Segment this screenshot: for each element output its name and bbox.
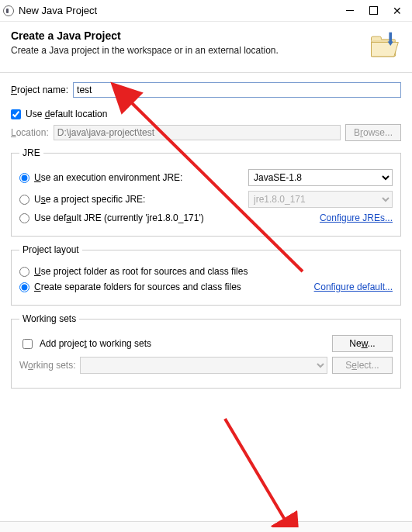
window-controls: ✕ [344, 5, 409, 16]
configure-default-link[interactable]: Configure default... [314, 282, 393, 292]
app-icon [3, 5, 14, 16]
jre-project-specific-row: Use a project specific JRE: jre1.8.0_171 [19, 191, 393, 208]
page-title: Create a Java Project [11, 29, 359, 42]
add-working-sets-checkbox[interactable] [23, 339, 33, 349]
layout-separate-label: Create separate folders for sources and … [34, 282, 241, 292]
layout-separate-radio[interactable] [19, 282, 29, 292]
use-default-location-label: Use default location [26, 109, 107, 119]
location-row: Location: Browse... [11, 124, 401, 141]
working-sets-select-row: Working sets: Select... [19, 357, 393, 374]
bottom-bar [0, 521, 412, 532]
use-default-location-row: Use default location [11, 109, 401, 119]
jre-default-radio[interactable] [19, 213, 29, 223]
jre-default-row: Use default JRE (currently 'jre1.8.0_171… [19, 212, 393, 223]
jre-project-specific-label: Use a project specific JRE: [34, 194, 145, 205]
project-name-label: Project name: [11, 85, 68, 95]
jre-exec-env-label: Use an execution environment JRE: [34, 172, 182, 183]
annotation-arrow-2 [217, 411, 341, 527]
add-working-sets-label: Add project to working sets [40, 338, 151, 349]
working-sets-legend: Working sets [19, 313, 79, 324]
project-name-row: Project name: [11, 82, 401, 98]
layout-root-row: Use project folder as root for sources a… [19, 266, 393, 277]
jre-default-label: Use default JRE (currently 'jre1.8.0_171… [34, 212, 204, 223]
svg-rect-1 [389, 33, 392, 43]
page-description: Create a Java project in the workspace o… [11, 45, 359, 56]
jre-exec-env-row: Use an execution environment JRE: JavaSE… [19, 169, 393, 186]
wizard-header: Create a Java Project Create a Java proj… [0, 22, 412, 73]
window-title: New Java Project [19, 5, 344, 16]
title-bar: New Java Project ✕ [0, 0, 412, 22]
jre-project-specific-select: jre1.8.0_171 [248, 191, 393, 208]
configure-jres-link[interactable]: Configure JREs... [320, 212, 393, 223]
layout-root-label: Use project folder as root for sources a… [34, 266, 248, 277]
jre-legend: JRE [19, 147, 43, 158]
minimize-button[interactable] [344, 5, 355, 16]
jre-project-specific-radio[interactable] [19, 195, 29, 205]
close-button[interactable]: ✕ [392, 5, 403, 16]
jre-exec-env-radio[interactable] [19, 173, 29, 183]
project-name-input[interactable] [73, 82, 401, 98]
add-working-sets-row: Add project to working sets New... [19, 335, 393, 352]
layout-root-radio[interactable] [19, 267, 29, 277]
browse-button: Browse... [345, 124, 401, 141]
project-layout-legend: Project layout [19, 244, 82, 255]
location-label: Location: [11, 127, 49, 138]
use-default-location-checkbox[interactable] [11, 109, 21, 119]
working-sets-label: Working sets: [19, 360, 75, 371]
select-working-sets-button: Select... [332, 357, 393, 374]
new-working-set-button[interactable]: New... [332, 335, 393, 352]
project-layout-group: Project layout Use project folder as roo… [11, 244, 401, 306]
maximize-button[interactable] [369, 6, 378, 15]
layout-separate-row: Create separate folders for sources and … [19, 282, 393, 292]
working-sets-group: Working sets Add project to working sets… [11, 313, 401, 389]
location-input [54, 125, 341, 140]
folder-wizard-icon [367, 29, 401, 66]
working-sets-select [80, 357, 327, 374]
jre-group: JRE Use an execution environment JRE: Ja… [11, 147, 401, 237]
jre-exec-env-select[interactable]: JavaSE-1.8 [248, 169, 393, 186]
svg-line-4 [225, 419, 287, 523]
